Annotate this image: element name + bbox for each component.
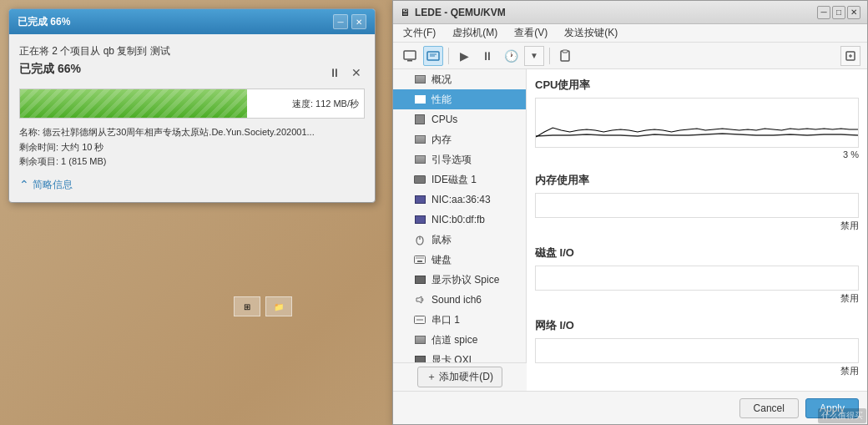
qemu-min-button[interactable]: ─ — [817, 6, 830, 19]
qemu-toolbar: ▶ ⏸ 🕐 ▼ — [393, 43, 867, 69]
sound-icon — [413, 293, 426, 306]
menu-file[interactable]: 文件(F) — [400, 25, 439, 41]
copy-dialog-close-button[interactable]: ✕ — [351, 14, 366, 29]
disk-disabled-label: 禁用 — [535, 292, 859, 305]
sidebar-label-overview: 概况 — [431, 73, 452, 87]
sidebar-item-cpus[interactable]: CPUs — [393, 109, 526, 129]
cpus-icon — [413, 113, 426, 126]
svg-marker-19 — [416, 296, 421, 303]
copy-dialog-minimize-button[interactable]: ─ — [333, 14, 348, 29]
watermark-text: 什么值得买 — [821, 411, 863, 420]
sidebar-item-boot[interactable]: 引导选项 — [393, 149, 526, 169]
desktop: 已完成 66% ─ ✕ 正在将 2 个项目从 qb 复制到 测试 已完成 66%… — [0, 0, 868, 425]
sidebar-item-mouse[interactable]: 鼠标 — [393, 230, 526, 250]
qemu-window: 🖥 LEDE - QEMU/KVM ─ □ ✕ 文件(F) 虚拟机(M) 查看(… — [392, 0, 868, 425]
cpu-graph — [535, 98, 859, 148]
copy-dialog: 已完成 66% ─ ✕ 正在将 2 个项目从 qb 复制到 测试 已完成 66%… — [8, 8, 376, 203]
disk-graph — [535, 266, 859, 291]
sidebar-label-nic2: NIC:b0:df:fb — [431, 214, 485, 225]
boot-icon — [413, 153, 426, 166]
memory-icon — [413, 133, 426, 146]
sidebar-item-keyboard[interactable]: 键盘 — [393, 250, 526, 270]
toolbar-pause-button[interactable]: ⏸ — [477, 46, 497, 66]
desktop-icon-file[interactable]: 📁 — [265, 296, 292, 316]
sidebar-label-performance: 性能 — [431, 93, 452, 107]
qemu-close-button[interactable]: ✕ — [847, 6, 860, 19]
copy-dialog-title: 已完成 66% — [18, 15, 70, 29]
toolbar-right-btn[interactable] — [840, 46, 860, 66]
toolbar-settings-button[interactable] — [423, 46, 443, 66]
file-info: 名称: 德云社郭德纲从艺30周年相声专场太原站.De.Yun.Society.2… — [19, 125, 365, 169]
items-remaining: 剩余项目: 1 (815 MB) — [19, 154, 365, 169]
main-performance-area: CPU使用率 3 % 内存使用率 禁用 — [527, 69, 867, 392]
network-section: 网络 I/O 禁用 — [535, 318, 859, 377]
bottom-bar: Cancel Apply — [393, 391, 867, 424]
sidebar-label-serial: 串口 1 — [431, 313, 460, 327]
sidebar-item-sound[interactable]: Sound ich6 — [393, 290, 526, 310]
time-remaining: 剩余时间: 大约 10 秒 — [19, 140, 365, 155]
qemu-content: 概况 性能 CPUs 内存 引导选项 — [393, 69, 867, 392]
toolbar-separator-2 — [549, 48, 550, 64]
qemu-app-icon: 🖥 — [400, 7, 410, 18]
sidebar-item-nic1[interactable]: NIC:aa:36:43 — [393, 190, 526, 210]
collapse-button[interactable]: ⌃ 简略信息 — [19, 178, 73, 192]
sidebar-label-sound: Sound ich6 — [431, 294, 482, 306]
toolbar-play-button[interactable]: ▶ — [454, 46, 474, 66]
menu-vm[interactable]: 虚拟机(M) — [449, 25, 501, 41]
add-hardware-button[interactable]: ＋ 添加硬件(D) — [417, 367, 502, 387]
toolbar-timer-button[interactable]: 🕐 — [501, 46, 521, 66]
menu-view[interactable]: 查看(V) — [511, 25, 551, 41]
sidebar-label-nic1: NIC:aa:36:43 — [431, 194, 491, 205]
sidebar-label-cpus: CPUs — [431, 114, 457, 125]
qemu-title-controls: ─ □ ✕ — [817, 6, 860, 19]
sidebar-label-mouse: 鼠标 — [431, 233, 452, 247]
sidebar-item-serial[interactable]: 串口 1 — [393, 310, 526, 330]
svg-rect-1 — [407, 60, 412, 62]
keyboard-icon — [413, 253, 426, 266]
watermark: 什么值得买 — [818, 408, 866, 423]
qemu-max-button[interactable]: □ — [832, 6, 845, 19]
toolbar-dropdown-button[interactable]: ▼ — [524, 46, 544, 66]
sidebar: 概况 性能 CPUs 内存 引导选项 — [393, 69, 527, 392]
network-section-title: 网络 I/O — [535, 318, 859, 333]
channel-icon — [413, 333, 426, 347]
stop-button[interactable]: ✕ — [348, 64, 365, 81]
sidebar-label-memory: 内存 — [431, 133, 452, 147]
menu-send-keys[interactable]: 发送按键(K) — [561, 25, 621, 41]
qemu-titlebar: 🖥 LEDE - QEMU/KVM ─ □ ✕ — [393, 1, 867, 24]
progress-area: 已完成 66% ⏸ ✕ — [19, 62, 365, 83]
sidebar-item-channel[interactable]: 信道 spice — [393, 330, 526, 350]
disk-section: 磁盘 I/O 禁用 — [535, 245, 859, 305]
add-hardware-bar: ＋ 添加硬件(D) — [393, 362, 527, 391]
pause-button[interactable]: ⏸ — [326, 64, 343, 81]
sidebar-item-nic2[interactable]: NIC:b0:df:fb — [393, 210, 526, 230]
network-disabled-label: 禁用 — [535, 365, 859, 377]
cancel-button[interactable]: Cancel — [739, 398, 799, 418]
copy-dialog-controls: ─ ✕ — [333, 14, 366, 29]
file-name: 名称: 德云社郭德纲从艺30周年相声专场太原站.De.Yun.Society.2… — [19, 125, 353, 140]
sidebar-item-ide1[interactable]: IDE磁盘 1 — [393, 169, 526, 190]
toolbar-clipboard-button[interactable] — [555, 46, 575, 66]
desktop-icon-grid[interactable]: ⊞ — [234, 296, 260, 316]
sidebar-item-overview[interactable]: 概况 — [393, 69, 526, 89]
copy-info-text: 正在将 2 个项目从 qb 复制到 测试 — [19, 44, 365, 58]
qemu-menubar: 文件(F) 虚拟机(M) 查看(V) 发送按键(K) — [393, 24, 867, 43]
cpu-section-title: CPU使用率 — [535, 78, 859, 93]
sidebar-label-ide1: IDE磁盘 1 — [431, 173, 477, 187]
sidebar-item-display[interactable]: 显示协议 Spice — [393, 270, 526, 290]
progress-speed: 速度: 112 MB/秒 — [292, 98, 359, 110]
display-icon — [413, 273, 426, 286]
nic2-icon — [413, 213, 426, 226]
sidebar-item-performance[interactable]: 性能 — [393, 89, 526, 109]
toolbar-separator-1 — [448, 48, 449, 64]
sidebar-label-channel: 信道 spice — [431, 333, 477, 347]
svg-rect-6 — [563, 50, 568, 53]
progress-bar-striped — [20, 89, 247, 118]
cpu-section: CPU使用率 3 % — [535, 78, 859, 159]
sidebar-item-memory[interactable]: 内存 — [393, 129, 526, 149]
sidebar-label-display: 显示协议 Spice — [431, 273, 499, 287]
copy-progress-title: 已完成 66% — [19, 62, 81, 77]
disk-section-title: 磁盘 I/O — [535, 245, 859, 261]
nic1-icon — [413, 193, 426, 206]
toolbar-screen-button[interactable] — [400, 46, 420, 66]
